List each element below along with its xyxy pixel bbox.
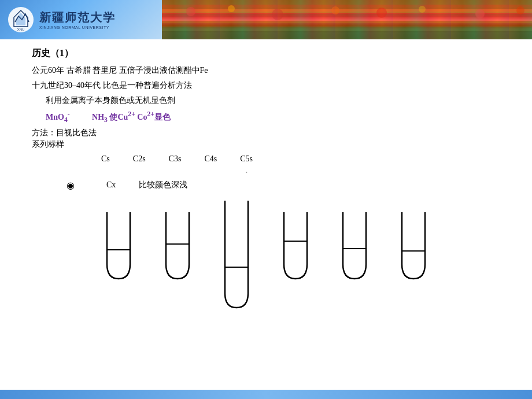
- tube-wrapper-cx: [216, 198, 257, 313]
- page-wrapper: XNU 新疆师范大学 Xinjiang Normal University: [0, 0, 532, 399]
- line3: 利用金属离子本身颜色或无机显色剂: [46, 94, 500, 106]
- eye-cx-row: ◉ Cx 比较颜色深浅: [32, 180, 500, 191]
- series-item-c5s: C5s: [240, 154, 253, 164]
- series-item-c3s: C3s: [169, 154, 182, 164]
- header-banner-image: [162, 0, 532, 39]
- university-logo-icon: XNU: [7, 6, 35, 34]
- tube-wrapper-6: [393, 209, 434, 285]
- tube-wrapper-5: [334, 209, 375, 285]
- main-content: 历史（1） 公元60年 古希腊 普里尼 五倍子浸出液估测醋中Fe 十九世纪30–…: [0, 39, 532, 390]
- university-name-english: Xinjiang Normal University: [39, 25, 116, 29]
- svg-text:XNU: XNU: [17, 28, 25, 31]
- tube-4: [275, 209, 316, 285]
- line4: MnO4- NH3 使Cu2+ Co2+显色: [46, 109, 500, 125]
- tubes-container: [32, 198, 500, 285]
- bottom-bar: [0, 390, 532, 399]
- series-items: Cs C2s C3s C4s C5s: [101, 154, 253, 164]
- series-label: 系列标样: [32, 139, 500, 150]
- series-item-c2s: C2s: [133, 154, 146, 164]
- method-label: 方法：目视比色法: [32, 128, 500, 138]
- line2: 十九世纪30–40年代 比色是一种普遍分析方法: [32, 79, 500, 91]
- tube-wrapper-2: [157, 209, 198, 285]
- logo-text: 新疆师范大学 Xinjiang Normal University: [39, 10, 116, 29]
- tube-6: [393, 209, 434, 285]
- series-item-cs: Cs: [101, 154, 110, 164]
- nh3-text: NH3 使Cu2+ Co2+显色: [92, 113, 171, 121]
- header-image-overlay: [162, 0, 532, 39]
- tube-5: [334, 209, 375, 285]
- line1: 公元60年 古希腊 普里尼 五倍子浸出液估测醋中Fe: [32, 64, 500, 76]
- header-logo: XNU 新疆师范大学 Xinjiang Normal University: [0, 0, 162, 39]
- tube-cx: [216, 198, 257, 313]
- tube-wrapper-4: [275, 209, 316, 285]
- line4-spacer: [72, 113, 90, 121]
- tube-1: [98, 209, 139, 285]
- tube-2: [157, 209, 198, 285]
- tube-wrapper-1: [98, 209, 139, 285]
- cx-label: Cx: [106, 180, 116, 190]
- series-row: Cs C2s C3s C4s C5s: [32, 154, 500, 164]
- university-name-chinese: 新疆师范大学: [39, 10, 116, 25]
- eye-icon: ◉: [66, 180, 75, 191]
- section-title: 历史（1）: [32, 47, 500, 60]
- dot-marker: •: [246, 170, 247, 175]
- header: XNU 新疆师范大学 Xinjiang Normal University: [0, 0, 532, 39]
- series-item-c4s: C4s: [204, 154, 217, 164]
- compare-text: 比较颜色深浅: [139, 180, 187, 190]
- mno4-text: MnO4-: [46, 113, 70, 121]
